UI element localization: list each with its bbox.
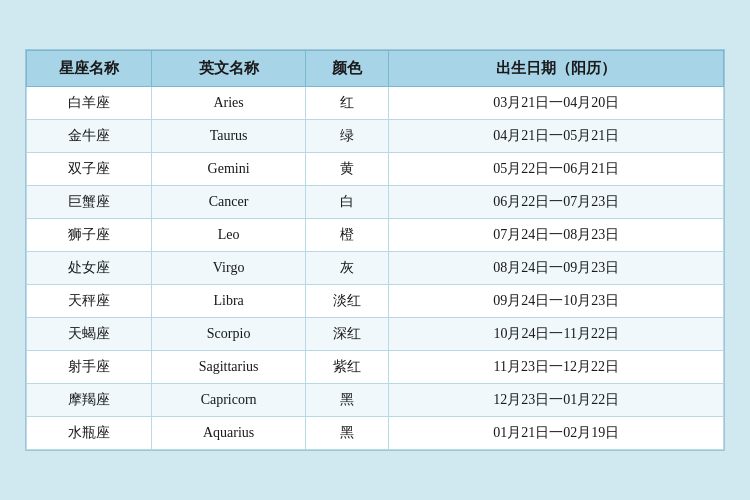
table-row: 天蝎座Scorpio深红10月24日一11月22日 [27, 318, 724, 351]
cell-zh-name: 狮子座 [27, 219, 152, 252]
table-row: 白羊座Aries红03月21日一04月20日 [27, 87, 724, 120]
cell-date: 11月23日一12月22日 [389, 351, 724, 384]
cell-zh-name: 处女座 [27, 252, 152, 285]
cell-color: 黑 [305, 384, 389, 417]
cell-color: 绿 [305, 120, 389, 153]
header-date: 出生日期（阳历） [389, 51, 724, 87]
cell-color: 深红 [305, 318, 389, 351]
table-row: 巨蟹座Cancer白06月22日一07月23日 [27, 186, 724, 219]
table-row: 双子座Gemini黄05月22日一06月21日 [27, 153, 724, 186]
cell-color: 红 [305, 87, 389, 120]
header-color: 颜色 [305, 51, 389, 87]
zodiac-table: 星座名称 英文名称 颜色 出生日期（阳历） 白羊座Aries红03月21日一04… [26, 50, 724, 450]
cell-date: 07月24日一08月23日 [389, 219, 724, 252]
cell-date: 10月24日一11月22日 [389, 318, 724, 351]
cell-color: 淡红 [305, 285, 389, 318]
cell-zh-name: 天蝎座 [27, 318, 152, 351]
cell-en-name: Virgo [152, 252, 305, 285]
table-row: 摩羯座Capricorn黑12月23日一01月22日 [27, 384, 724, 417]
cell-en-name: Gemini [152, 153, 305, 186]
cell-date: 06月22日一07月23日 [389, 186, 724, 219]
cell-zh-name: 巨蟹座 [27, 186, 152, 219]
header-zh-name: 星座名称 [27, 51, 152, 87]
table-row: 狮子座Leo橙07月24日一08月23日 [27, 219, 724, 252]
cell-zh-name: 水瓶座 [27, 417, 152, 450]
cell-en-name: Capricorn [152, 384, 305, 417]
cell-en-name: Scorpio [152, 318, 305, 351]
cell-color: 白 [305, 186, 389, 219]
cell-zh-name: 射手座 [27, 351, 152, 384]
cell-en-name: Libra [152, 285, 305, 318]
cell-color: 橙 [305, 219, 389, 252]
cell-zh-name: 天秤座 [27, 285, 152, 318]
cell-en-name: Leo [152, 219, 305, 252]
cell-date: 05月22日一06月21日 [389, 153, 724, 186]
cell-date: 09月24日一10月23日 [389, 285, 724, 318]
cell-zh-name: 白羊座 [27, 87, 152, 120]
cell-date: 12月23日一01月22日 [389, 384, 724, 417]
zodiac-table-container: 星座名称 英文名称 颜色 出生日期（阳历） 白羊座Aries红03月21日一04… [25, 49, 725, 451]
cell-zh-name: 摩羯座 [27, 384, 152, 417]
table-row: 金牛座Taurus绿04月21日一05月21日 [27, 120, 724, 153]
cell-zh-name: 金牛座 [27, 120, 152, 153]
cell-en-name: Cancer [152, 186, 305, 219]
cell-zh-name: 双子座 [27, 153, 152, 186]
cell-color: 紫红 [305, 351, 389, 384]
cell-date: 03月21日一04月20日 [389, 87, 724, 120]
cell-color: 灰 [305, 252, 389, 285]
cell-en-name: Aries [152, 87, 305, 120]
cell-date: 04月21日一05月21日 [389, 120, 724, 153]
header-en-name: 英文名称 [152, 51, 305, 87]
table-row: 天秤座Libra淡红09月24日一10月23日 [27, 285, 724, 318]
cell-en-name: Sagittarius [152, 351, 305, 384]
table-row: 处女座Virgo灰08月24日一09月23日 [27, 252, 724, 285]
table-row: 射手座Sagittarius紫红11月23日一12月22日 [27, 351, 724, 384]
cell-color: 黑 [305, 417, 389, 450]
cell-en-name: Aquarius [152, 417, 305, 450]
cell-date: 08月24日一09月23日 [389, 252, 724, 285]
cell-color: 黄 [305, 153, 389, 186]
table-row: 水瓶座Aquarius黑01月21日一02月19日 [27, 417, 724, 450]
cell-date: 01月21日一02月19日 [389, 417, 724, 450]
table-header-row: 星座名称 英文名称 颜色 出生日期（阳历） [27, 51, 724, 87]
cell-en-name: Taurus [152, 120, 305, 153]
